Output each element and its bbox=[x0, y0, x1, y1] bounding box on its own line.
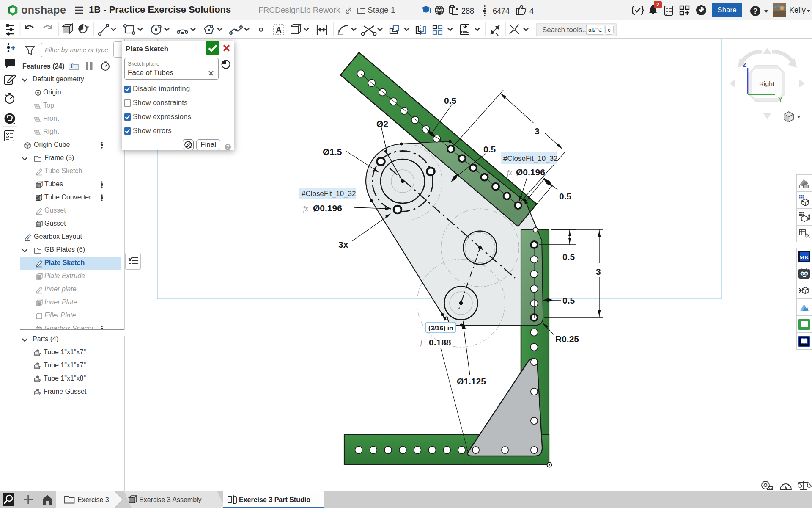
svg-text:(3/16) in: (3/16) in bbox=[428, 324, 453, 331]
svg-text:Exercise 3 Assembly: Exercise 3 Assembly bbox=[139, 496, 202, 503]
svg-text:(x): (x) bbox=[805, 232, 810, 238]
svg-text:fx: fx bbox=[507, 169, 512, 177]
svg-text:MK: MK bbox=[799, 254, 809, 260]
svg-text:Exercise 3: Exercise 3 bbox=[77, 496, 109, 503]
svg-text:Ø1.125: Ø1.125 bbox=[457, 376, 486, 386]
svg-text:3x: 3x bbox=[338, 240, 348, 249]
svg-text:A: A bbox=[276, 25, 282, 35]
svg-text:3: 3 bbox=[535, 126, 540, 136]
svg-text:#CloseFit_10_32: #CloseFit_10_32 bbox=[302, 190, 356, 198]
svg-text:ƒ: ƒ bbox=[420, 338, 424, 347]
svg-text:Z: Z bbox=[743, 61, 746, 68]
svg-text:0.5: 0.5 bbox=[562, 252, 575, 262]
svg-text:Ø0.196: Ø0.196 bbox=[313, 203, 342, 213]
svg-text:Ø1.5: Ø1.5 bbox=[323, 147, 342, 157]
svg-text:0.5: 0.5 bbox=[559, 191, 572, 201]
svg-text:Ø2: Ø2 bbox=[376, 119, 388, 129]
svg-text:0.5: 0.5 bbox=[483, 144, 496, 154]
svg-text:Exercise 3 Part Studio: Exercise 3 Part Studio bbox=[239, 496, 310, 503]
svg-text:3: 3 bbox=[596, 267, 601, 276]
svg-text:Search tools...: Search tools... bbox=[542, 26, 588, 34]
svg-text:0.188: 0.188 bbox=[429, 337, 451, 347]
svg-text:R0.25: R0.25 bbox=[555, 334, 579, 344]
svg-text:fx: fx bbox=[303, 205, 308, 213]
svg-text:#CloseFit_10_32: #CloseFit_10_32 bbox=[503, 155, 558, 163]
svg-text:0.5: 0.5 bbox=[562, 295, 575, 305]
svg-text:Right: Right bbox=[759, 80, 775, 87]
svg-text:0.5: 0.5 bbox=[444, 96, 457, 105]
svg-text:c: c bbox=[608, 27, 611, 33]
svg-text:Y: Y bbox=[778, 96, 782, 103]
svg-text:alt/⌥: alt/⌥ bbox=[588, 27, 602, 33]
svg-text:Ø0.196: Ø0.196 bbox=[516, 167, 545, 177]
svg-text:DXF: DXF bbox=[461, 30, 469, 34]
